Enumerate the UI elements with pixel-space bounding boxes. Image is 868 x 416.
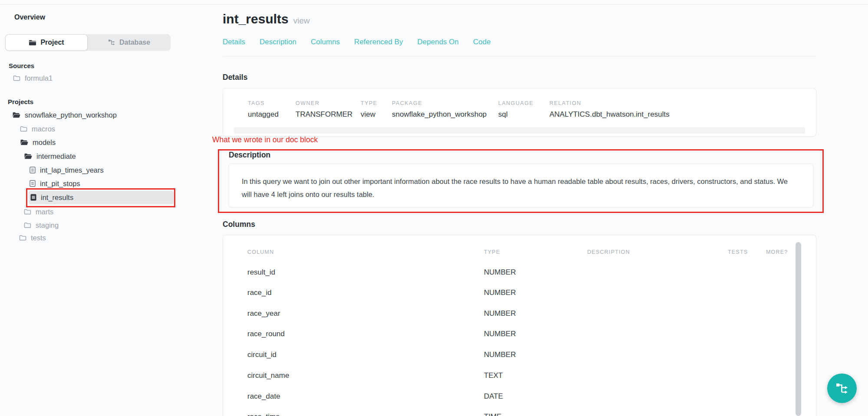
table-row-result-id[interactable]: result_id NUMBER: [247, 268, 786, 278]
tab-database-label: Database: [119, 39, 150, 46]
folder-open-icon: [12, 112, 20, 118]
tree-item-label: intermediate: [36, 152, 76, 161]
tab-columns[interactable]: Columns: [311, 38, 340, 46]
resource-type-badge: view: [293, 16, 310, 26]
folder-closed-icon: [13, 75, 20, 81]
field-value: ANALYTICS.dbt_hwatson.int_results: [549, 110, 670, 119]
sidebar-item-int-results[interactable]: int_results: [30, 191, 73, 203]
field-value: snowflake_python_workshop: [392, 110, 487, 119]
tree-item-label: tests: [31, 234, 46, 242]
sidebar-item-int-pit-stops[interactable]: int_pit_stops: [30, 177, 80, 190]
tab-depends-on[interactable]: Depends On: [418, 38, 459, 46]
column-type: TEXT: [484, 371, 587, 382]
field-label: OWNER: [296, 100, 352, 106]
detail-field-package: PACKAGE snowflake_python_workshop: [392, 100, 487, 119]
table-row-circuit-name[interactable]: circuit_name TEXT: [247, 371, 786, 382]
sidebar-item-snowflake-python-workshop[interactable]: snowflake_python_workshop: [12, 109, 117, 121]
table-row-race-round[interactable]: race_round NUMBER: [247, 330, 786, 340]
top-divider: [0, 4, 868, 5]
table-scrollbar[interactable]: [796, 242, 801, 416]
col-header-column: COLUMN: [247, 249, 274, 255]
tab-code[interactable]: Code: [473, 38, 491, 46]
detail-field-owner: OWNER TRANSFORMER: [296, 100, 352, 119]
dbt-docs-app: Overview Project Database Sources formul…: [0, 0, 868, 416]
folder-closed-icon: [19, 235, 26, 241]
field-label: LANGUAGE: [498, 100, 533, 106]
sources-heading: Sources: [9, 62, 34, 69]
source-label: formula1: [25, 74, 53, 82]
details-expander-strip[interactable]: [234, 127, 805, 134]
sidebar-item-int-lap-times-years[interactable]: int_lap_times_years: [30, 164, 104, 176]
column-name: circuit_name: [247, 371, 484, 382]
sidebar-item-intermediate[interactable]: intermediate: [24, 150, 76, 162]
overview-heading: Overview: [14, 13, 45, 21]
table-row-race-year[interactable]: race_year NUMBER: [247, 309, 786, 320]
field-label: PACKAGE: [392, 100, 487, 106]
sidebar-item-marts[interactable]: marts: [24, 206, 53, 218]
lineage-graph-button[interactable]: [827, 373, 857, 403]
detail-field-tags: TAGS untagged: [248, 100, 279, 119]
table-row-race-time[interactable]: race_time TIME: [247, 413, 786, 416]
tab-database[interactable]: Database: [88, 34, 171, 51]
detail-field-relation: RELATION ANALYTICS.dbt_hwatson.int_resul…: [549, 100, 670, 119]
tree-item-label: models: [33, 138, 56, 147]
lineage-icon: [835, 382, 849, 395]
description-heading: Description: [229, 151, 270, 160]
description-card: In this query we want to join out other …: [229, 164, 813, 207]
folder-open-icon: [20, 139, 28, 146]
column-name: circuit_id: [247, 350, 484, 361]
tree-item-label: macros: [32, 125, 55, 133]
table-row-race-id[interactable]: race_id NUMBER: [247, 288, 786, 299]
page-title: int_results: [223, 12, 289, 26]
column-name: race_time: [247, 413, 484, 416]
sidebar-item-macros[interactable]: macros: [20, 123, 55, 135]
tab-description[interactable]: Description: [260, 38, 296, 46]
detail-field-type: TYPE view: [361, 100, 378, 119]
column-type: DATE: [484, 392, 587, 403]
details-card: TAGS untagged OWNER TRANSFORMER TYPE vie…: [223, 88, 816, 137]
field-label: RELATION: [549, 100, 670, 106]
tab-project[interactable]: Project: [5, 34, 88, 51]
table-row-race-date[interactable]: race_date DATE: [247, 392, 786, 403]
column-name: result_id: [247, 268, 484, 278]
columns-card: [223, 235, 816, 416]
tree-item-label: int_results: [41, 193, 73, 202]
field-value: untagged: [248, 110, 279, 119]
folder-closed-icon: [24, 209, 31, 215]
col-header-type: TYPE: [484, 249, 500, 255]
tree-item-label: int_pit_stops: [40, 180, 80, 188]
column-name: race_round: [247, 330, 484, 340]
column-name: race_year: [247, 309, 484, 320]
folder-icon: [29, 39, 36, 46]
folder-closed-icon: [20, 126, 27, 132]
annotation-text: What we wrote in our doc block: [212, 135, 318, 144]
column-type: NUMBER: [484, 268, 587, 278]
description-text: In this query we want to join out other …: [229, 164, 806, 201]
column-type: NUMBER: [484, 309, 587, 320]
page-header: int_results view: [223, 12, 310, 26]
sidebar-item-formula1[interactable]: formula1: [13, 72, 53, 84]
field-label: TYPE: [361, 100, 378, 106]
field-value: view: [361, 110, 378, 119]
column-type: NUMBER: [484, 350, 587, 361]
field-label: TAGS: [248, 100, 279, 106]
field-value: TRANSFORMER: [296, 110, 352, 119]
sidebar-item-tests[interactable]: tests: [19, 232, 46, 244]
table-row-circuit-id[interactable]: circuit_id NUMBER: [247, 350, 786, 361]
folder-closed-icon: [24, 222, 31, 228]
column-type: TIME: [484, 413, 587, 416]
col-header-tests: TESTS: [728, 249, 748, 255]
column-name: race_date: [247, 392, 484, 403]
file-filled-icon: [30, 194, 36, 201]
tab-details[interactable]: Details: [223, 38, 245, 46]
file-icon: [30, 180, 36, 187]
field-value: sql: [498, 110, 533, 119]
tab-referenced-by[interactable]: Referenced By: [354, 38, 403, 46]
tab-project-label: Project: [40, 39, 64, 46]
column-type: NUMBER: [484, 330, 587, 340]
sidebar-item-staging[interactable]: staging: [24, 219, 59, 231]
sidebar-item-models[interactable]: models: [20, 136, 56, 148]
col-header-more: MORE?: [766, 249, 788, 255]
tree-item-label: staging: [36, 221, 59, 229]
tree-item-label: marts: [36, 208, 53, 216]
